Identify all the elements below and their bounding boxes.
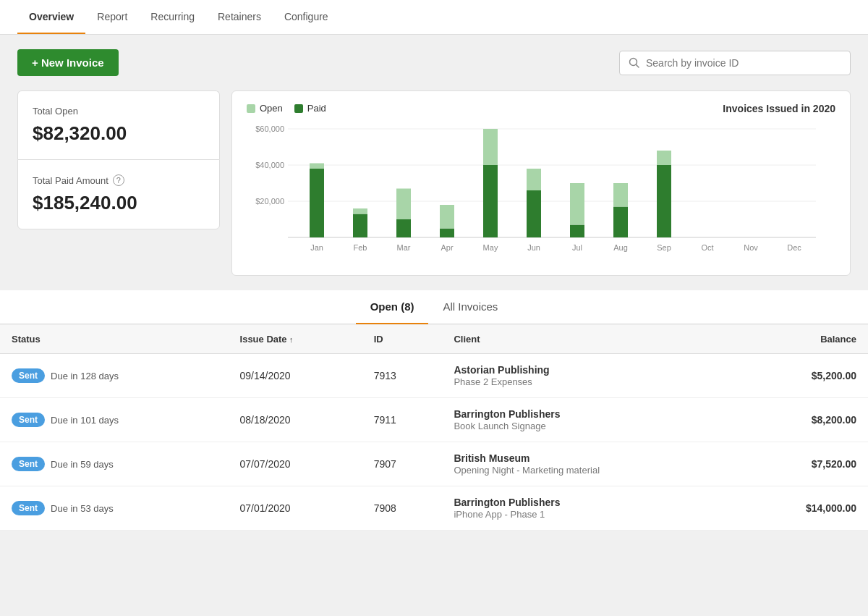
svg-rect-11	[353, 214, 367, 238]
client-project: Book Launch Signage	[454, 421, 545, 431]
nav-tab-overview[interactable]: Overview	[17, 1, 85, 34]
td-status: Sent Due in 101 days	[0, 398, 229, 442]
svg-rect-12	[353, 208, 367, 214]
svg-rect-13	[396, 219, 411, 237]
td-issue-date: 07/07/2020	[229, 442, 362, 486]
th-client[interactable]: Client	[442, 325, 739, 354]
table-row[interactable]: Sent Due in 59 days 07/07/2020 7907 Brit…	[0, 442, 868, 486]
nav-tab-configure[interactable]: Configure	[273, 1, 340, 34]
svg-text:Feb: Feb	[354, 243, 367, 252]
td-status: Sent Due in 59 days	[0, 442, 229, 486]
svg-rect-24	[613, 183, 628, 207]
table-row[interactable]: Sent Due in 128 days 09/14/2020 7913 Ast…	[0, 354, 868, 398]
balance-amount: $8,200.00	[812, 414, 856, 426]
th-balance[interactable]: Balance	[739, 325, 868, 354]
svg-rect-10	[310, 164, 324, 169]
table-row[interactable]: Sent Due in 101 days 08/18/2020 7911 Bar…	[0, 398, 868, 442]
tab-open[interactable]: Open (8)	[356, 290, 429, 324]
balance-amount: $5,200.00	[812, 370, 856, 381]
legend-paid-dot	[294, 104, 303, 113]
svg-rect-19	[527, 190, 541, 237]
svg-text:Jun: Jun	[527, 243, 540, 252]
td-client: Astorian Publishing Phase 2 Expenses	[442, 354, 739, 398]
status-badge: Sent	[12, 368, 45, 383]
nav-tab-retainers[interactable]: Retainers	[206, 1, 273, 34]
td-id: 7907	[362, 442, 443, 486]
svg-rect-23	[613, 207, 628, 238]
td-balance: $8,200.00	[739, 398, 868, 442]
client-project: Phase 2 Expenses	[454, 376, 532, 387]
td-client: British Museum Opening Night - Marketing…	[442, 442, 739, 486]
client-project: Opening Night - Marketing material	[454, 465, 600, 476]
td-issue-date: 09/14/2020	[229, 354, 362, 398]
status-badge: Sent	[12, 413, 45, 427]
svg-text:Dec: Dec	[787, 243, 801, 252]
table-row[interactable]: Sent Due in 53 days 07/01/2020 7908 Barr…	[0, 486, 868, 531]
th-id[interactable]: ID	[362, 325, 443, 354]
th-status[interactable]: Status	[0, 325, 229, 354]
th-issue-date[interactable]: Issue Date	[229, 325, 362, 354]
svg-rect-14	[396, 189, 411, 220]
search-input[interactable]	[646, 57, 841, 69]
td-balance: $5,200.00	[739, 354, 868, 398]
summary-cards: Total Open $82,320.00 Total Paid Amount …	[17, 90, 220, 276]
help-icon[interactable]: ?	[113, 174, 124, 186]
td-issue-date: 07/01/2020	[229, 486, 362, 531]
due-info: Due in 59 days	[51, 459, 114, 470]
svg-rect-20	[527, 169, 541, 190]
client-name: Astorian Publishing	[454, 364, 727, 376]
chart-card: Open Paid Invoices Issued in 2020 $60,00…	[231, 90, 851, 276]
client-name: British Museum	[454, 452, 727, 464]
invoices-table-container: Status Issue Date ID Client Balance Sent…	[0, 324, 868, 531]
invoice-tabs: Open (8) All Invoices	[0, 290, 868, 324]
svg-rect-16	[440, 205, 454, 229]
svg-rect-25	[657, 165, 671, 237]
svg-text:$40,000: $40,000	[255, 161, 284, 169]
svg-rect-18	[483, 129, 498, 165]
tab-all[interactable]: All Invoices	[428, 290, 512, 324]
svg-text:Oct: Oct	[701, 243, 713, 252]
legend-open: Open	[247, 103, 283, 114]
td-id: 7908	[362, 486, 443, 531]
total-paid-card: Total Paid Amount ? $185,240.00	[17, 159, 220, 229]
status-badge: Sent	[12, 457, 45, 471]
toolbar: + New Invoice	[17, 49, 851, 76]
chart-header: Open Paid Invoices Issued in 2020	[247, 103, 835, 114]
total-paid-label: Total Paid Amount ?	[33, 174, 205, 186]
svg-text:May: May	[483, 243, 498, 252]
nav-tab-report[interactable]: Report	[85, 1, 139, 34]
new-invoice-button[interactable]: + New Invoice	[17, 49, 119, 76]
svg-text:$60,000: $60,000	[255, 125, 284, 133]
svg-text:Nov: Nov	[744, 243, 758, 252]
svg-text:Aug: Aug	[613, 243, 628, 252]
svg-rect-9	[310, 169, 324, 237]
bar-chart-svg: $60,000 $40,000 $20,000 JanFebMarAprMayJ…	[247, 123, 835, 268]
bar-chart-container: $60,000 $40,000 $20,000 JanFebMarAprMayJ…	[247, 123, 835, 268]
svg-rect-21	[570, 225, 584, 238]
total-paid-amount: $185,240.00	[33, 192, 205, 214]
svg-rect-17	[483, 165, 498, 237]
due-info: Due in 101 days	[51, 415, 119, 426]
td-balance: $14,000.00	[739, 486, 868, 531]
td-balance: $7,520.00	[739, 442, 868, 486]
svg-text:Apr: Apr	[441, 243, 453, 252]
svg-rect-26	[657, 151, 671, 165]
svg-text:Jul: Jul	[572, 243, 582, 252]
total-open-label: Total Open	[33, 106, 205, 117]
table-header-row: Status Issue Date ID Client Balance	[0, 325, 868, 354]
svg-rect-15	[440, 229, 454, 238]
top-nav: Overview Report Recurring Retainers Conf…	[0, 0, 868, 35]
svg-rect-22	[570, 183, 584, 225]
status-badge: Sent	[12, 501, 45, 515]
client-project: iPhone App - Phase 1	[454, 509, 545, 520]
total-open-amount: $82,320.00	[33, 122, 205, 145]
svg-text:Mar: Mar	[397, 243, 411, 252]
search-box[interactable]	[619, 51, 851, 75]
td-status: Sent Due in 53 days	[0, 486, 229, 531]
td-issue-date: 08/18/2020	[229, 398, 362, 442]
legend-open-dot	[247, 104, 255, 113]
svg-text:Jan: Jan	[310, 243, 323, 252]
summary-row: Total Open $82,320.00 Total Paid Amount …	[17, 90, 851, 276]
nav-tab-recurring[interactable]: Recurring	[139, 1, 206, 34]
svg-text:Sep: Sep	[657, 243, 671, 252]
